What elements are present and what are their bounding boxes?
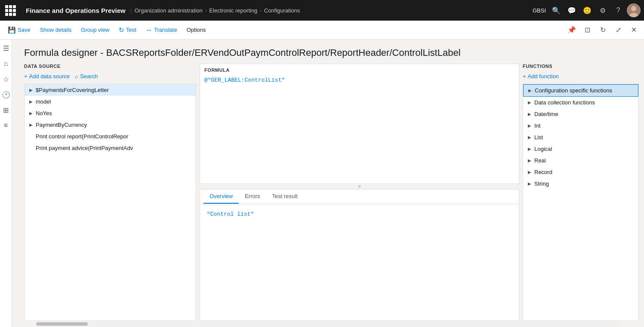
resize-icon: = — [358, 183, 361, 189]
overview-content: "Control list" — [207, 211, 254, 217]
func-item-label: Logical — [534, 146, 552, 152]
tree-item-label: PaymentByCurrency — [36, 122, 87, 128]
breadcrumb: Organization administration › Electronic… — [135, 7, 529, 14]
tree-item-print-control[interactable]: ▶ Print control report(PrintControlRepor — [25, 131, 196, 142]
func-item-string[interactable]: ▶ String — [523, 178, 638, 189]
tree-item-label: Print control report(PrintControlRepor — [36, 133, 128, 140]
bottom-panel: Overview Errors Test result "Control lis… — [200, 189, 519, 321]
tree-item-print-advice[interactable]: ▶ Print payment advice(PrintPaymentAdv — [25, 142, 196, 154]
breadcrumb-item-er[interactable]: Electronic reporting — [209, 7, 257, 14]
bottom-scrollbar-area — [12, 321, 644, 327]
formula-panel: FORMULA = Overview Errors Test result — [196, 62, 519, 321]
func-item-config-specific[interactable]: ▶ Configuration specific functions — [523, 84, 638, 97]
func-item-label: Int — [534, 122, 540, 129]
chevron-datetime-icon: ▶ — [527, 111, 533, 117]
chevron-payments-icon: ▶ — [28, 87, 34, 93]
func-item-int[interactable]: ▶ Int — [523, 120, 638, 131]
search-data-source-button[interactable]: ⌕ Search — [75, 72, 98, 80]
formula-designer-layout: DATA SOURCE + Add data source ⌕ Search ▶… — [24, 62, 639, 321]
chevron-list-icon: ▶ — [527, 134, 533, 141]
horizontal-scrollbar[interactable] — [36, 322, 620, 326]
func-item-label: Date/time — [534, 111, 558, 117]
save-button[interactable]: 💾 Save — [3, 24, 35, 36]
search-icon-btn[interactable]: 🔍 — [549, 3, 563, 17]
app-grid-button[interactable] — [3, 3, 17, 17]
search-label: Search — [80, 73, 98, 79]
sidebar-clock-icon[interactable]: 🕐 — [1, 89, 11, 100]
formula-editor-container: FORMULA — [200, 64, 519, 184]
tab-bar: Overview Errors Test result — [200, 189, 519, 204]
sidebar-grid-icon[interactable]: ⊞ — [1, 105, 11, 115]
chevron-record-icon: ▶ — [527, 169, 533, 175]
save-icon: 💾 — [8, 26, 16, 34]
func-item-list[interactable]: ▶ List — [523, 131, 638, 143]
sidebar-hamburger-icon[interactable]: ☰ — [1, 43, 11, 53]
main-container: ☰ ⌂ ☆ 🕐 ⊞ ≡ Formula designer - BACSRepor… — [0, 40, 644, 327]
tab-test-result[interactable]: Test result — [266, 189, 304, 204]
chevron-string-icon: ▶ — [527, 181, 533, 187]
tab-overview[interactable]: Overview — [203, 189, 239, 204]
smiley-icon-btn[interactable]: 🙂 — [580, 3, 594, 17]
func-item-datetime[interactable]: ▶ Date/time — [523, 108, 638, 120]
sidebar-list-icon[interactable]: ≡ — [1, 120, 11, 131]
grid-icon — [5, 5, 16, 16]
top-bar-right: GBSI 🔍 💬 🙂 ⚙ ? — [533, 3, 641, 17]
chat-icon-btn[interactable]: 💬 — [565, 3, 579, 17]
tree-item-payments[interactable]: ▶ $PaymentsForCoveringLetter — [25, 84, 196, 96]
data-source-panel: DATA SOURCE + Add data source ⌕ Search ▶… — [24, 62, 196, 321]
content-area: Formula designer - BACSReportsFolder/ERV… — [12, 40, 644, 327]
settings-icon-btn[interactable]: ⚙ — [596, 3, 610, 17]
layout-icon-btn[interactable]: ⊡ — [580, 23, 594, 37]
formula-input[interactable] — [200, 74, 519, 183]
tree-item-model[interactable]: ▶ model — [25, 96, 196, 107]
func-item-logical[interactable]: ▶ Logical — [523, 143, 638, 155]
func-item-label: Data collection functions — [534, 99, 595, 106]
functions-tree: ▶ Configuration specific functions ▶ Dat… — [523, 84, 639, 321]
breadcrumb-item-config[interactable]: Configurations — [264, 7, 300, 14]
functions-panel: FUNCTIONS + Add function ▶ Configuration… — [523, 62, 639, 321]
translate-button[interactable]: ↔ Translate — [142, 24, 182, 35]
search-icon: ⌕ — [75, 73, 78, 79]
add-icon: + — [24, 73, 28, 79]
resize-handle[interactable]: = — [200, 184, 519, 189]
breadcrumb-chevron-2: › — [260, 8, 261, 13]
app-title: Finance and Operations Preview — [21, 7, 131, 14]
add-function-label: Add function — [528, 73, 559, 79]
show-details-button[interactable]: Show details — [36, 25, 76, 35]
sidebar-home-icon[interactable]: ⌂ — [1, 58, 11, 69]
func-item-data-collection[interactable]: ▶ Data collection functions — [523, 97, 638, 108]
close-icon-btn[interactable]: ✕ — [627, 23, 641, 37]
pin-icon-btn[interactable]: 📌 — [565, 23, 579, 37]
chevron-datacollection-icon: ▶ — [527, 100, 533, 106]
svg-point-1 — [631, 6, 636, 11]
user-avatar[interactable] — [627, 3, 641, 17]
options-button[interactable]: Options — [182, 25, 210, 35]
scrollbar-thumb — [36, 322, 88, 326]
translate-icon: ↔ — [146, 26, 152, 34]
expand-icon-btn[interactable]: ⤢ — [611, 23, 625, 37]
breadcrumb-item-org[interactable]: Organization administration — [135, 7, 203, 14]
add-data-source-button[interactable]: + Add data source — [24, 72, 70, 80]
test-icon: ↻ — [119, 26, 124, 34]
help-icon-btn[interactable]: ? — [611, 3, 625, 17]
tree-item-noyes[interactable]: ▶ NoYes — [25, 107, 196, 119]
tree-item-label: NoYes — [36, 110, 52, 116]
chevron-paymcurrency-icon: ▶ — [28, 122, 34, 128]
data-source-header: DATA SOURCE — [24, 62, 196, 72]
func-item-label: Record — [534, 169, 552, 175]
func-item-record[interactable]: ▶ Record — [523, 166, 638, 178]
top-navigation-bar: Finance and Operations Preview Organizat… — [0, 0, 644, 21]
breadcrumb-chevron-1: › — [205, 8, 206, 13]
toolbar: 💾 Save Show details Group view ↻ Test ↔ … — [0, 21, 644, 40]
tab-errors[interactable]: Errors — [239, 189, 266, 204]
tree-item-paymcurrency[interactable]: ▶ PaymentByCurrency — [25, 119, 196, 131]
add-function-button[interactable]: + Add function — [523, 72, 559, 80]
test-button[interactable]: ↻ Test — [114, 24, 141, 36]
func-item-real[interactable]: ▶ Real — [523, 155, 638, 166]
sidebar-star-icon[interactable]: ☆ — [1, 74, 11, 84]
group-view-button[interactable]: Group view — [77, 25, 114, 35]
page-title: Formula designer - BACSReportsFolder/ERV… — [24, 47, 632, 58]
toolbar-right: 📌 ⊡ ↻ ⤢ ✕ — [565, 23, 641, 37]
add-function-plus-icon: + — [523, 73, 526, 79]
refresh-icon-btn[interactable]: ↻ — [596, 23, 610, 37]
